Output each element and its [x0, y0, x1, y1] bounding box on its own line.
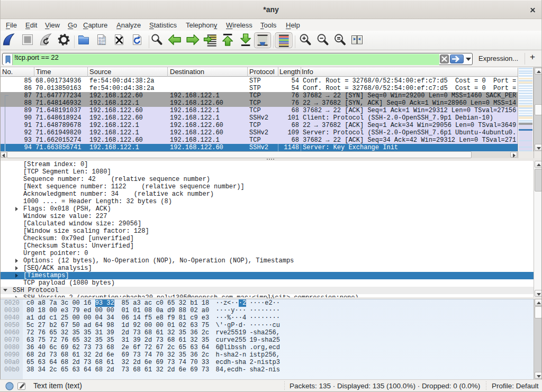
svg-text:0011: 0011 [98, 42, 105, 45]
